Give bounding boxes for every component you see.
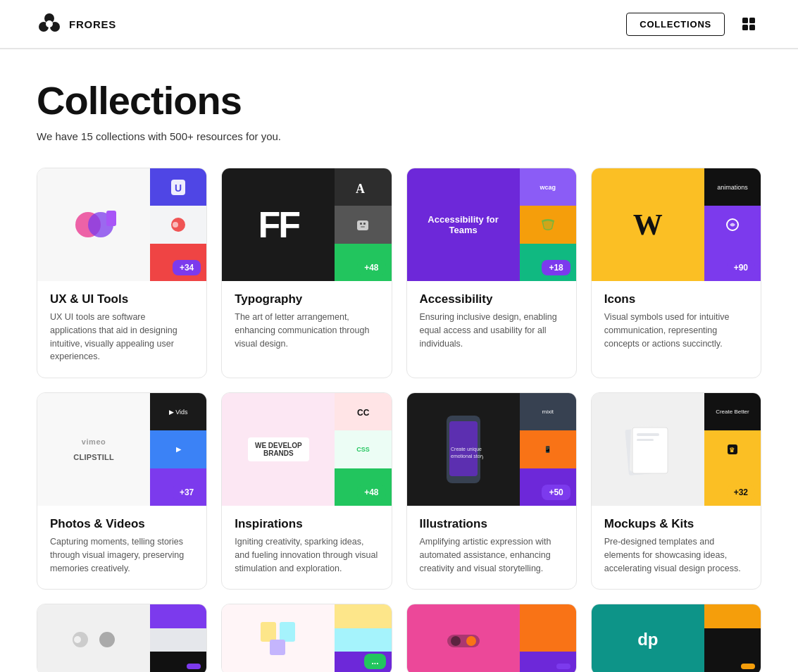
svg-rect-4 — [742, 18, 748, 23]
collection-card-illustrations[interactable]: Create unique emotional story mixit 📱 +5… — [406, 392, 577, 590]
row3-3-side-1 — [520, 604, 576, 628]
card-desc-typo: The art of letter arrangement, enhancing… — [235, 311, 378, 350]
collection-card-mockups[interactable]: Create Better ♛ +32 Mockups & Kits Pre-d… — [591, 392, 761, 590]
card-title-insp: Inspirations — [235, 517, 378, 531]
card-desc-insp: Igniting creativity, sparking ideas, and… — [235, 535, 378, 575]
card-body-mock: Mockups & Kits Pre-designed templates an… — [592, 506, 761, 589]
card-title-mock: Mockups & Kits — [604, 517, 748, 531]
card-title-icons: Icons — [604, 292, 748, 306]
photos-badge: +37 — [173, 485, 201, 500]
card-main-img-typo: FF — [222, 168, 335, 281]
collection-card-accessibility[interactable]: Accessibility for Teams wcag +18 — [406, 168, 577, 378]
card-title-typo: Typography — [235, 292, 378, 306]
svg-rect-7 — [749, 25, 755, 30]
illus-side-3: +50 — [520, 468, 576, 506]
main-content: Collections We have 15 collections with … — [0, 49, 798, 672]
card-images-typo: FF A +48 — [222, 168, 391, 281]
icons-side-1: animations — [704, 168, 761, 206]
card-side-imgs-acc: wcag +18 — [520, 168, 576, 281]
icons-side-2 — [704, 206, 761, 243]
logo[interactable]: FRORES — [37, 11, 116, 37]
svg-rect-37 — [280, 622, 295, 642]
row3-1-side-1 — [150, 604, 206, 628]
collection-card-ux-ui[interactable]: U +34 UX & UI Tools UX UI tools are soft… — [37, 168, 207, 378]
card-side-imgs-insp: CC. CSS +48 — [335, 393, 391, 506]
row3-1-side-3 — [150, 652, 206, 672]
collection-card-typography[interactable]: FF A +48 — [221, 168, 392, 378]
row3-1-main — [37, 604, 150, 672]
card-main-img-ux — [37, 168, 150, 281]
svg-rect-30 — [637, 439, 654, 441]
card-side-imgs-photos: ▶ Vids ▶ +37 — [150, 393, 206, 506]
svg-rect-29 — [637, 433, 659, 436]
card-main-img-mock — [592, 393, 704, 506]
row3-4-side-2 — [704, 628, 761, 652]
grid-view-button[interactable] — [736, 11, 761, 37]
card-main-img-icons: W — [592, 168, 704, 281]
row3-3-main — [407, 604, 520, 672]
illus-side-1: mixit — [520, 393, 576, 430]
row3-3-side-2 — [520, 628, 576, 652]
collection-card-row3-3[interactable] — [406, 604, 577, 672]
row3-3-side-3 — [520, 652, 576, 672]
card-images-mock: Create Better ♛ +32 — [592, 393, 761, 506]
photos-side-3: +37 — [150, 468, 206, 506]
collections-button[interactable]: COLLECTIONS — [626, 13, 725, 36]
ux-badge: +34 — [173, 260, 201, 275]
collection-card-row3-2[interactable]: ... — [221, 604, 392, 672]
illus-side-2: 📱 — [520, 430, 576, 468]
mock-badge: +32 — [727, 485, 755, 500]
svg-point-34 — [74, 636, 81, 643]
icons-badge: +90 — [727, 260, 755, 275]
card-main-img-illus: Create unique emotional story — [407, 393, 520, 506]
card-desc-illus: Amplifying artistic expression with auto… — [420, 535, 563, 575]
insp-side-2: CSS — [335, 430, 391, 468]
card-side-imgs-mock: Create Better ♛ +32 — [704, 393, 761, 506]
bottom-row-grid: ... — [37, 604, 761, 672]
collections-grid: U +34 UX & UI Tools UX UI tools are soft… — [37, 168, 761, 590]
insp-badge: +48 — [357, 485, 385, 500]
card-images-row3-1 — [37, 604, 206, 672]
mock-side-3: +32 — [704, 468, 761, 506]
card-images-acc: Accessibility for Teams wcag +18 — [407, 168, 576, 281]
acc-side-2 — [520, 206, 576, 243]
card-title-photos: Photos & Videos — [50, 517, 194, 531]
svg-rect-18 — [363, 223, 366, 225]
collection-card-inspirations[interactable]: WE DEVELOPBRANDS CC. CSS +48 — [221, 392, 392, 590]
logo-icon — [37, 11, 62, 37]
svg-point-41 — [466, 636, 476, 646]
card-images-row3-3 — [407, 604, 576, 672]
collection-card-photos[interactable]: vimeo CLIPSTILL ▶ Vids ▶ +37 — [37, 392, 207, 590]
card-images-row3-4: dp — [592, 604, 761, 672]
card-side-imgs-typo: A +48 — [335, 168, 391, 281]
ux-side-1: U — [150, 168, 206, 206]
card-desc-acc: Ensuring inclusive design, enabling equa… — [420, 311, 563, 350]
svg-point-14 — [173, 222, 178, 228]
card-side-imgs-row3-3 — [520, 604, 576, 672]
ux-side-3: +34 — [150, 244, 206, 281]
svg-rect-36 — [261, 622, 276, 642]
card-images-row3-2: ... — [222, 604, 391, 672]
svg-rect-17 — [360, 223, 362, 225]
svg-text:CC.: CC. — [357, 408, 370, 418]
svg-point-40 — [451, 636, 461, 646]
svg-text:♛: ♛ — [729, 447, 735, 454]
card-body-illus: Illustrations Amplifying artistic expres… — [407, 506, 576, 589]
row3-4-side-3 — [704, 652, 761, 672]
collection-card-row3-4[interactable]: dp — [591, 604, 761, 672]
svg-text:A: A — [356, 182, 365, 196]
card-images-insp: WE DEVELOPBRANDS CC. CSS +48 — [222, 393, 391, 506]
collection-card-row3-1[interactable] — [37, 604, 207, 672]
grid-icon — [741, 16, 756, 32]
insp-side-3: +48 — [335, 468, 391, 506]
svg-rect-10 — [106, 211, 116, 226]
card-body-icons: Icons Visual symbols used for intuitive … — [592, 281, 761, 364]
card-side-imgs-row3-4 — [704, 604, 761, 672]
photos-side-1: ▶ Vids — [150, 393, 206, 430]
card-desc-icons: Visual symbols used for intuitive commun… — [604, 311, 748, 350]
svg-rect-5 — [749, 18, 755, 23]
row3-1-side-2 — [150, 628, 206, 652]
svg-rect-19 — [361, 226, 365, 228]
collection-card-icons[interactable]: W animations +90 — [591, 168, 761, 378]
card-images-ux-ui: U +34 — [37, 168, 206, 281]
